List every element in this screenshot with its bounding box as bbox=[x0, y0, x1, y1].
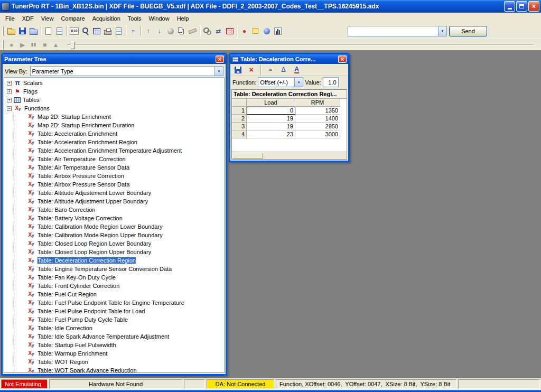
tree-item-function[interactable]: Xy Table: Acceleration Enrichment Region bbox=[14, 138, 224, 146]
load-cell[interactable]: 0 bbox=[247, 107, 295, 115]
record-playback-icon[interactable]: ● bbox=[6, 39, 17, 50]
graph-view-icon[interactable]: ≈ bbox=[265, 64, 276, 76]
connection-icon[interactable] bbox=[261, 25, 272, 36]
move-down-icon[interactable]: ↓ bbox=[154, 25, 165, 36]
tree-item-function[interactable]: Xy Table: Altitude Adjustment Upper Boun… bbox=[14, 197, 224, 206]
chevron-down-icon[interactable]: ▼ bbox=[214, 67, 223, 76]
tree-item-function[interactable]: Xy Table: Idle Correction bbox=[14, 324, 224, 332]
column-header-rpm[interactable]: RPM bbox=[295, 99, 340, 107]
move-up-icon[interactable]: ↑ bbox=[143, 25, 154, 36]
tree-item-function[interactable]: Xy Table: Engine Temperature Sensor Conv… bbox=[14, 265, 224, 273]
tree-item-function[interactable]: Xy Table: Closed Loop Region Upper Bound… bbox=[14, 248, 224, 256]
expand-icon[interactable]: + bbox=[7, 89, 12, 94]
tree-item-function[interactable]: Xy Table: Fuel Cut Region bbox=[14, 290, 224, 298]
menu-item[interactable]: Window bbox=[145, 14, 173, 23]
chevron-down-icon[interactable]: ▼ bbox=[294, 78, 303, 87]
menu-item[interactable]: Help bbox=[173, 14, 193, 23]
row-number-cell[interactable]: 3 bbox=[232, 123, 247, 130]
stop-icon[interactable]: ■ bbox=[39, 39, 50, 50]
maximize-button[interactable] bbox=[516, 1, 527, 12]
tree-item-function[interactable]: Xy Table: Air Temperature Sensor Data bbox=[14, 163, 224, 172]
tree-item-function[interactable]: Xy Table: WOT Region bbox=[14, 358, 224, 366]
waveform-icon[interactable]: ≈ bbox=[128, 25, 139, 36]
load-cell[interactable]: 19 bbox=[247, 123, 295, 130]
tree-item-function[interactable]: Xy Table: Startup Fuel Pulsewidth bbox=[14, 341, 224, 349]
save-bin-icon[interactable] bbox=[28, 25, 39, 36]
tree-item-function[interactable]: Xy Table: Baro Correction bbox=[14, 206, 224, 214]
tree-item-function[interactable]: Xy Table: Calibration Mode Region Lower … bbox=[14, 222, 224, 231]
playback-slider[interactable] bbox=[68, 44, 535, 46]
binary-view-icon[interactable]: 010 bbox=[69, 25, 80, 36]
send-command-combobox[interactable]: ▼ bbox=[348, 26, 447, 36]
copy-icon[interactable] bbox=[176, 25, 187, 36]
view-by-combobox[interactable]: Parameter Type ▼ bbox=[30, 66, 223, 76]
scales-icon[interactable]: Δ bbox=[278, 64, 289, 76]
load-cell[interactable]: 23 bbox=[247, 130, 295, 138]
tree-item-function[interactable]: Xy Table: Airbox Pressure Sensor Data bbox=[14, 180, 224, 189]
menu-item[interactable]: File bbox=[2, 14, 18, 23]
tree-item-function[interactable]: Xy Table: Acceleration Enrichment Temper… bbox=[14, 146, 224, 155]
load-cell[interactable]: 19 bbox=[247, 115, 295, 123]
horizontal-scrollbar[interactable] bbox=[232, 152, 347, 159]
collapse-icon[interactable]: − bbox=[7, 106, 12, 111]
rpm-cell[interactable]: 3000 bbox=[295, 130, 340, 138]
rpm-cell[interactable]: 1350 bbox=[295, 107, 340, 115]
record-icon[interactable]: ● bbox=[239, 25, 250, 36]
menu-item[interactable]: XDF bbox=[18, 14, 38, 23]
function-combobox[interactable]: Offset (+/-) ▼ bbox=[258, 77, 303, 87]
ruler-icon[interactable] bbox=[187, 25, 198, 36]
send-button[interactable]: Send bbox=[449, 26, 487, 36]
minimize-button[interactable] bbox=[504, 1, 515, 12]
tree-item-function[interactable]: Xy Table: Calibration Mode Region Upper … bbox=[14, 231, 224, 239]
grid-corner-cell[interactable] bbox=[232, 99, 247, 107]
tree-item-flags[interactable]: + ⚑ Flags bbox=[6, 87, 224, 96]
table-editor-titlebar[interactable]: Table: Deceleration Corre... × bbox=[230, 54, 348, 64]
tree-item-scalars[interactable]: + π Scalars bbox=[6, 79, 224, 87]
eject-icon[interactable]: ▲ bbox=[50, 39, 61, 50]
tree-item-function[interactable]: Xy Table: Fuel Pulse Endpoint Table for … bbox=[14, 307, 224, 315]
save-table-icon[interactable] bbox=[232, 64, 244, 76]
table-editor-close-button[interactable]: × bbox=[338, 55, 347, 63]
print-icon[interactable] bbox=[102, 25, 113, 36]
tree-item-function[interactable]: Xy Table: Closed Loop Region Lower Bound… bbox=[14, 239, 224, 248]
tree-item-function[interactable]: Xy Table: Fan Key-On Duty Cycle bbox=[14, 273, 224, 282]
parameter-tree-close-button[interactable]: × bbox=[216, 55, 224, 63]
tree-item-function[interactable]: Xy Table: Idle Spark Advance Temperature… bbox=[14, 332, 224, 341]
column-header-load[interactable]: Load bbox=[247, 99, 295, 107]
list-view-icon[interactable] bbox=[113, 25, 124, 36]
tree-item-function[interactable]: Xy Table: Battery Voltage Correction bbox=[14, 214, 224, 222]
tree-item-function[interactable]: Xy Map 2D: Startup Enrichment bbox=[14, 113, 224, 121]
scrollbar-thumb[interactable] bbox=[232, 153, 263, 158]
tree-item-function[interactable]: Xy Table: Acceleration Enrichment bbox=[14, 129, 224, 138]
new-xdf-icon[interactable] bbox=[43, 25, 54, 36]
pause-icon[interactable]: ▮▮ bbox=[28, 39, 39, 50]
menu-item[interactable]: View bbox=[38, 14, 58, 23]
tree-item-functions[interactable]: − Xy Functions bbox=[6, 104, 224, 113]
edit-axis-icon[interactable]: A bbox=[291, 64, 302, 76]
parameter-tree-titlebar[interactable]: Parameter Tree × bbox=[3, 54, 226, 64]
tree-item-function[interactable]: Xy Table: Fuel Pump Duty Cycle Table bbox=[14, 315, 224, 324]
chevron-down-icon[interactable]: ▼ bbox=[438, 26, 446, 36]
tree-item-tables[interactable]: + Tables bbox=[6, 96, 224, 104]
tree-item-function[interactable]: Xy Table: Fuel Pulse Endpoint Table for … bbox=[14, 298, 224, 307]
tree-item-function[interactable]: Xy Table: Warmup Enrichment bbox=[14, 349, 224, 358]
compare-grid-icon[interactable] bbox=[224, 25, 235, 36]
tree-item-function[interactable]: Xy Table: Deceleration Correction Region bbox=[14, 256, 224, 265]
rpm-cell[interactable]: 2950 bbox=[295, 123, 340, 130]
title-bar[interactable]: TunerPro RT - 1Bin_XB12S.bin | XDF File … bbox=[0, 0, 541, 13]
value-input[interactable]: 1.0 bbox=[323, 77, 339, 87]
row-number-cell[interactable]: 2 bbox=[232, 115, 247, 123]
expand-icon[interactable]: + bbox=[7, 81, 12, 86]
sync-icon[interactable]: ⇄ bbox=[213, 25, 224, 36]
settings-gears-icon[interactable] bbox=[202, 25, 213, 36]
menu-item[interactable]: Compare bbox=[57, 14, 88, 23]
chart-icon[interactable] bbox=[272, 25, 283, 36]
tree-item-function[interactable]: Xy Table: WOT Spark Advance Reduction bbox=[14, 366, 224, 373]
tree-item-function[interactable]: Xy Table: Altitude Adjustement Lower Bou… bbox=[14, 189, 224, 197]
slider-thumb[interactable] bbox=[71, 41, 75, 49]
tree-item-function[interactable]: Xy Table: Front Cylinder Correction bbox=[14, 282, 224, 290]
notes-icon[interactable] bbox=[250, 25, 261, 36]
delete-icon[interactable]: × bbox=[246, 64, 257, 76]
save-icon[interactable] bbox=[17, 25, 28, 36]
globe-icon[interactable] bbox=[165, 25, 176, 36]
